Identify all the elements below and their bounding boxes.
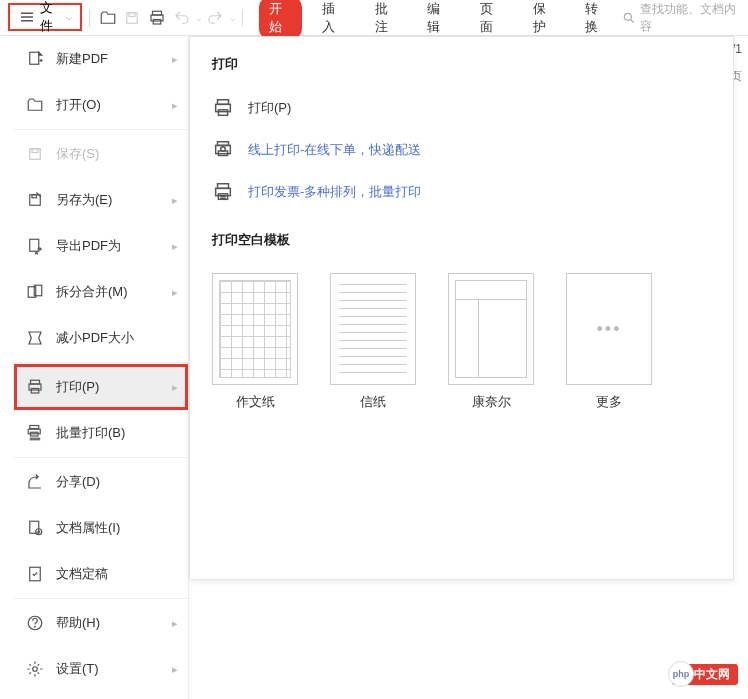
menu-label: 打开(O) bbox=[56, 96, 101, 114]
svg-point-37 bbox=[33, 667, 38, 672]
menu-label: 批量打印(B) bbox=[56, 424, 125, 442]
sub-label: 线上打印-在线下单，快递配送 bbox=[248, 141, 421, 159]
save-as-icon bbox=[26, 191, 44, 209]
ribbon-tabs: 开始 插入 批注 编辑 页面 保护 转换 bbox=[259, 0, 617, 39]
template-label: 康奈尔 bbox=[472, 393, 511, 411]
template-more[interactable]: ••• 更多 bbox=[566, 273, 652, 411]
template-label: 更多 bbox=[596, 393, 622, 411]
properties-icon bbox=[26, 519, 44, 537]
save-icon bbox=[26, 145, 44, 163]
menu-label: 文档属性(I) bbox=[56, 519, 120, 537]
print-icon bbox=[26, 378, 44, 396]
svg-rect-15 bbox=[30, 149, 41, 160]
menu-export-pdf[interactable]: 导出PDF为 ▸ bbox=[14, 223, 188, 269]
menu-label: 新建PDF bbox=[56, 50, 108, 68]
php-watermark: 中文网 bbox=[672, 664, 738, 685]
watermark-text: 中文网 bbox=[694, 666, 730, 683]
tab-page[interactable]: 页面 bbox=[470, 0, 513, 39]
sub-label: 打印发票-多种排列，批量打印 bbox=[248, 183, 421, 201]
separator bbox=[89, 9, 90, 27]
print-submenu-panel: 打印 打印(P) 线上打印-在线下单，快递配送 打印发票-多种排列，批量打印 打… bbox=[189, 36, 734, 580]
more-icon: ••• bbox=[566, 273, 652, 385]
file-menu-button[interactable]: 文件 ⌵ bbox=[8, 3, 82, 31]
redo-dropdown-icon[interactable]: ⌵ bbox=[230, 13, 235, 23]
print-icon[interactable] bbox=[147, 7, 168, 29]
chevron-right-icon: ▸ bbox=[172, 617, 178, 630]
chevron-right-icon: ▸ bbox=[172, 381, 178, 394]
sub-online-print[interactable]: 线上打印-在线下单，快递配送 bbox=[212, 129, 711, 171]
separator bbox=[14, 457, 188, 458]
svg-rect-16 bbox=[32, 149, 38, 153]
menu-label: 拆分合并(M) bbox=[56, 283, 128, 301]
menu-label: 减小PDF大小 bbox=[56, 329, 134, 347]
top-toolbar: 文件 ⌵ ⌵ ⌵ 开始 插入 批注 编辑 页面 保护 转换 查找功能、文档内容 bbox=[0, 0, 748, 36]
svg-rect-25 bbox=[30, 426, 39, 429]
tab-convert[interactable]: 转换 bbox=[575, 0, 618, 39]
svg-point-8 bbox=[624, 13, 631, 20]
menu-label: 另存为(E) bbox=[56, 191, 112, 209]
search-placeholder: 查找功能、文档内容 bbox=[640, 1, 740, 35]
save-icon[interactable] bbox=[122, 7, 143, 29]
chevron-right-icon: ▸ bbox=[172, 663, 178, 676]
tab-edit[interactable]: 编辑 bbox=[417, 0, 460, 39]
hamburger-icon bbox=[18, 8, 36, 26]
svg-rect-12 bbox=[30, 52, 39, 64]
folder-icon bbox=[26, 96, 44, 114]
svg-rect-18 bbox=[32, 195, 37, 198]
template-cornell[interactable]: 康奈尔 bbox=[448, 273, 534, 411]
gear-icon bbox=[26, 660, 44, 678]
svg-rect-3 bbox=[127, 12, 138, 23]
menu-share[interactable]: 分享(D) bbox=[14, 459, 188, 505]
tab-protect[interactable]: 保护 bbox=[523, 0, 566, 39]
menu-label: 保存(S) bbox=[56, 145, 99, 163]
batch-print-icon bbox=[26, 424, 44, 442]
template-essay-paper[interactable]: 作文纸 bbox=[212, 273, 298, 411]
sub-print[interactable]: 打印(P) bbox=[212, 87, 711, 129]
menu-print[interactable]: 打印(P) ▸ bbox=[14, 364, 188, 410]
menu-batch-print[interactable]: 批量打印(B) bbox=[14, 410, 188, 456]
menu-split-merge[interactable]: 拆分合并(M) ▸ bbox=[14, 269, 188, 315]
menu-finalize[interactable]: 文档定稿 bbox=[14, 551, 188, 597]
open-folder-icon[interactable] bbox=[97, 7, 118, 29]
sub-title-print: 打印 bbox=[212, 55, 711, 73]
undo-icon[interactable] bbox=[171, 7, 192, 29]
share-icon bbox=[26, 473, 44, 491]
template-thumb bbox=[330, 273, 416, 385]
menu-reduce-size[interactable]: 减小PDF大小 bbox=[14, 315, 188, 361]
chevron-down-icon: ⌵ bbox=[66, 11, 72, 22]
separator bbox=[14, 129, 188, 130]
redo-icon[interactable] bbox=[205, 7, 226, 29]
separator bbox=[242, 9, 243, 27]
template-letter-paper[interactable]: 信纸 bbox=[330, 273, 416, 411]
search-box[interactable]: 查找功能、文档内容 bbox=[622, 1, 740, 35]
undo-dropdown-icon[interactable]: ⌵ bbox=[196, 13, 201, 23]
svg-point-44 bbox=[221, 147, 226, 152]
template-label: 信纸 bbox=[360, 393, 386, 411]
tab-start[interactable]: 开始 bbox=[259, 0, 302, 39]
menu-settings[interactable]: 设置(T) ▸ bbox=[14, 646, 188, 692]
menu-open[interactable]: 打开(O) ▸ bbox=[14, 82, 188, 128]
tab-insert[interactable]: 插入 bbox=[312, 0, 355, 39]
chevron-right-icon: ▸ bbox=[172, 53, 178, 66]
sub-invoice-print[interactable]: 打印发票-多种排列，批量打印 bbox=[212, 171, 711, 213]
template-label: 作文纸 bbox=[236, 393, 275, 411]
chevron-right-icon: ▸ bbox=[172, 240, 178, 253]
chevron-right-icon: ▸ bbox=[172, 194, 178, 207]
online-print-icon bbox=[212, 139, 234, 161]
tab-annotate[interactable]: 批注 bbox=[365, 0, 408, 39]
sub-label: 打印(P) bbox=[248, 99, 291, 117]
menu-label: 分享(D) bbox=[56, 473, 100, 491]
separator bbox=[14, 362, 188, 363]
menu-new-pdf[interactable]: 新建PDF ▸ bbox=[14, 36, 188, 82]
menu-help[interactable]: 帮助(H) ▸ bbox=[14, 600, 188, 646]
file-menu-panel: 新建PDF ▸ 打开(O) ▸ 保存(S) 另存为(E) ▸ 导出PDF为 ▸ … bbox=[14, 36, 189, 699]
menu-save-as[interactable]: 另存为(E) ▸ bbox=[14, 177, 188, 223]
menu-label: 帮助(H) bbox=[56, 614, 100, 632]
svg-rect-42 bbox=[218, 142, 229, 146]
menu-label: 文档定稿 bbox=[56, 565, 108, 583]
invoice-print-icon bbox=[212, 181, 234, 203]
print-icon bbox=[212, 97, 234, 119]
svg-rect-7 bbox=[153, 19, 161, 24]
search-icon bbox=[622, 11, 636, 25]
menu-doc-properties[interactable]: 文档属性(I) bbox=[14, 505, 188, 551]
